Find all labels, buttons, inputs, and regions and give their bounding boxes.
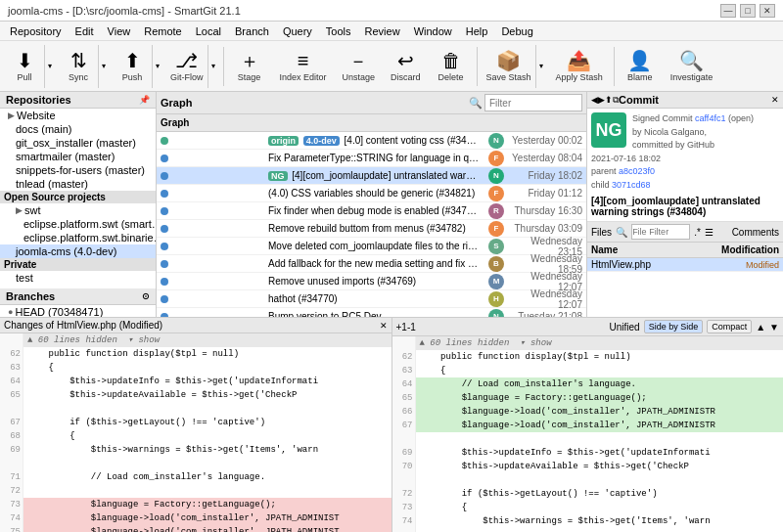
repo-test-label: test (16, 272, 33, 284)
git-flow-arrow[interactable]: ▾ (207, 45, 218, 88)
maximize-button[interactable]: □ (740, 4, 756, 18)
commit-row[interactable]: NG [4][com_joomlaupdate] untranslated wa… (157, 167, 586, 185)
child-hash-link[interactable]: 3071cd68 (612, 180, 651, 190)
menubar-item-repository[interactable]: Repository (4, 23, 68, 39)
pull-icon: ⬇ (17, 51, 33, 70)
repo-eclipse-swt-bin[interactable]: eclipse.platform.swt.binarie… (0, 231, 156, 244)
commit-time: Yesterday 08:04 (508, 153, 586, 163)
repo-joomla-cms[interactable]: joomla-cms (4.0-dev) (0, 244, 156, 258)
repo-pin-icon[interactable]: 📌 (139, 95, 150, 105)
save-stash-arrow[interactable]: ▾ (535, 45, 546, 88)
commit-row[interactable]: Fix finder when debug mode is enabled (#… (157, 202, 586, 220)
repo-tnlead[interactable]: tnlead (master) (0, 177, 156, 191)
save-stash-button[interactable]: 📦 Save Stash ▾ (482, 44, 547, 89)
menubar-item-branch[interactable]: Branch (229, 23, 275, 39)
branch-head[interactable]: ● HEAD (70348471) (0, 305, 156, 317)
apply-stash-button[interactable]: 📤 Apply Stash (549, 44, 610, 89)
repo-eclipse-swt[interactable]: eclipse.platform.swt (smart…) (0, 217, 156, 231)
diff-unified-btn[interactable]: Unified (609, 322, 639, 332)
repo-snippets-label: snippets-for-users (master) (16, 164, 145, 176)
repo-git-osx[interactable]: git_osx_installer (master) (0, 136, 156, 150)
menubar-item-window[interactable]: Window (408, 23, 458, 39)
investigate-button[interactable]: 🔍 Investigate (664, 44, 720, 89)
git-flow-button[interactable]: ⎇ Git-Flow ▾ (165, 44, 219, 89)
diff-up-btn[interactable]: ▲ (756, 322, 765, 332)
repo-docs[interactable]: docs (main) (0, 122, 156, 136)
diff-sidebyside-btn[interactable]: Side by Side (644, 320, 704, 333)
commit-row[interactable]: Fix ParameterType::STRING for language i… (157, 150, 586, 167)
commit-dot (161, 313, 168, 318)
menubar-item-remote[interactable]: Remote (138, 23, 188, 39)
filter-input[interactable] (484, 94, 582, 111)
commit-hash-link[interactable]: caff4fc1 (695, 113, 725, 123)
repo-smartmailer[interactable]: smartmailer (master) (0, 150, 156, 163)
diff-line-removed: 73 $language = Factory::getLanguage(); (0, 498, 392, 511)
repo-snippets[interactable]: snippets-for-users (master) (0, 163, 156, 177)
stage-button[interactable]: ＋ Stage (228, 44, 271, 89)
author-avatar: N (488, 309, 504, 318)
diff-compact-btn[interactable]: Compact (707, 320, 752, 333)
menubar-item-debug[interactable]: Debug (495, 23, 538, 39)
commit-row[interactable]: origin 4.0-dev [4.0] content voting css … (157, 132, 586, 150)
push-arrow[interactable]: ▾ (152, 45, 162, 88)
commit-dot (161, 190, 168, 198)
expand-icon[interactable]: ⬆ (605, 95, 613, 105)
author-avatar: N (488, 133, 504, 149)
apply-stash-label: Apply Stash (556, 72, 603, 82)
branch-github-icon: ⊙ (142, 291, 150, 301)
commit-row[interactable]: hathot (#34770) H Wednesday 12:07 (157, 290, 586, 308)
discard-button[interactable]: ↩ Discard (384, 44, 428, 89)
sync-button[interactable]: ⇅ Sync ▾ (58, 44, 110, 89)
regex-icon[interactable]: .* (694, 227, 701, 238)
graph-header: Graph 🔍 (157, 92, 586, 114)
delete-button[interactable]: 🗑 Delete (430, 44, 473, 89)
close-button[interactable]: ✕ (760, 4, 775, 18)
close-commit-icon[interactable]: ✕ (771, 95, 779, 105)
file-name: HtmlView.php (591, 259, 746, 270)
index-editor-button[interactable]: ≡ Index Editor (273, 44, 334, 89)
push-button[interactable]: ⬆ Push ▾ (112, 44, 163, 89)
diff-line (392, 528, 784, 532)
file-row[interactable]: HtmlView.php Modified (587, 258, 783, 272)
diff-filename: Changes of HtmlView.php (Modified) (4, 320, 162, 331)
commit-avatar: NG (591, 112, 626, 148)
nav-prev-icon[interactable]: ◀ (591, 95, 598, 105)
sync-arrow[interactable]: ▾ (98, 45, 109, 88)
menubar-item-local[interactable]: Local (190, 23, 227, 39)
commit-list-header: Graph (157, 114, 586, 132)
nav-next-icon[interactable]: ▶ (598, 95, 605, 105)
commit-row[interactable]: (4.0) CSS variables should be generic (#… (157, 185, 586, 202)
diff-close-icon[interactable]: ✕ (380, 321, 388, 331)
repo-website[interactable]: ▶ Website (0, 109, 156, 122)
minimize-button[interactable]: — (720, 4, 736, 18)
repo-swt[interactable]: ▶ swt (0, 203, 156, 217)
pull-arrow[interactable]: ▾ (44, 45, 55, 88)
menubar-item-view[interactable]: View (102, 23, 137, 39)
diff-line: 68 { (0, 429, 392, 443)
head-expand-icon: ● (8, 307, 13, 317)
diff-down-btn[interactable]: ▼ (769, 322, 779, 332)
file-options-icon[interactable]: ☰ (705, 227, 714, 238)
blame-button[interactable]: 👤 Blame (619, 44, 662, 89)
files-list: HtmlView.php Modified (587, 258, 783, 317)
comments-tab[interactable]: Comments (732, 227, 779, 238)
unstage-button[interactable]: － Unstage (336, 44, 383, 89)
menubar-item-help[interactable]: Help (460, 23, 494, 39)
parent-hash-link[interactable]: a8c023f0 (619, 166, 655, 176)
menubar-item-query[interactable]: Query (277, 23, 318, 39)
file-filter-input[interactable] (631, 224, 690, 240)
diff-hidden-top[interactable]: ▲ 60 lines hidden ▾ show (392, 336, 784, 350)
commit-open[interactable]: (open) (728, 113, 754, 123)
repo-docs-label: docs (main) (16, 123, 71, 135)
pull-button[interactable]: ⬇ Pull ▾ (4, 44, 56, 89)
menubar-item-review[interactable]: Review (359, 23, 406, 39)
menubar-item-edit[interactable]: Edit (69, 23, 100, 39)
commit-graph (157, 308, 264, 318)
repo-test[interactable]: test (0, 271, 156, 285)
file-columns: Name Modification (587, 243, 783, 258)
diff-line: 69 $this->warnings = $this->get('Items',… (0, 443, 392, 457)
menubar-item-tools[interactable]: Tools (320, 23, 357, 39)
diff-hidden-top[interactable]: ▲ 60 lines hidden ▾ show (0, 333, 392, 347)
diff-linenum (0, 402, 23, 416)
investigate-icon: 🔍 (679, 51, 704, 70)
